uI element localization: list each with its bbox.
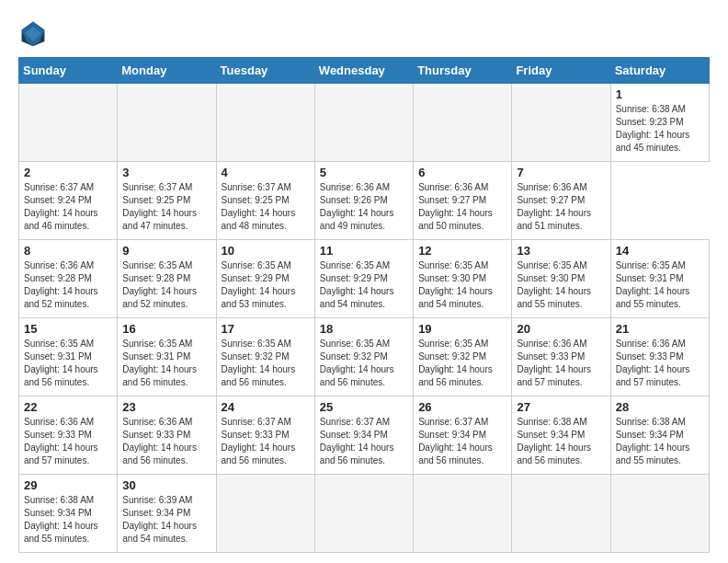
day-of-week-header: Monday xyxy=(118,58,216,84)
calendar-week-row: 22Sunrise: 6:36 AMSunset: 9:33 PMDayligh… xyxy=(19,396,710,475)
calendar-day: 30Sunrise: 6:39 AMSunset: 9:34 PMDayligh… xyxy=(118,475,216,553)
calendar-day: 21Sunrise: 6:36 AMSunset: 9:33 PMDayligh… xyxy=(610,318,709,396)
calendar-day: 18Sunrise: 6:35 AMSunset: 9:32 PMDayligh… xyxy=(314,318,413,396)
calendar-day: 14Sunrise: 6:35 AMSunset: 9:31 PMDayligh… xyxy=(610,240,709,318)
calendar-day: 27Sunrise: 6:38 AMSunset: 9:34 PMDayligh… xyxy=(512,396,610,475)
calendar-day: 17Sunrise: 6:35 AMSunset: 9:32 PMDayligh… xyxy=(216,318,314,396)
calendar-day: 12Sunrise: 6:35 AMSunset: 9:30 PMDayligh… xyxy=(414,240,512,318)
calendar-header-row: SundayMondayTuesdayWednesdayThursdayFrid… xyxy=(19,58,710,84)
page-header xyxy=(18,18,710,48)
calendar-day-empty xyxy=(216,84,314,162)
calendar-day-empty xyxy=(414,475,512,553)
calendar-day-empty xyxy=(512,84,610,162)
day-of-week-header: Saturday xyxy=(610,58,709,84)
calendar-week-row: 15Sunrise: 6:35 AMSunset: 9:31 PMDayligh… xyxy=(19,318,710,396)
calendar-day: 13Sunrise: 6:35 AMSunset: 9:30 PMDayligh… xyxy=(512,240,610,318)
calendar-body: 1Sunrise: 6:38 AMSunset: 9:23 PMDaylight… xyxy=(19,84,710,553)
calendar-day-empty xyxy=(414,84,512,162)
calendar-day-empty xyxy=(610,475,709,553)
calendar-week-row: 8Sunrise: 6:36 AMSunset: 9:28 PMDaylight… xyxy=(19,240,710,318)
calendar-day: 28Sunrise: 6:38 AMSunset: 9:34 PMDayligh… xyxy=(610,396,709,475)
calendar-week-row: 1Sunrise: 6:38 AMSunset: 9:23 PMDaylight… xyxy=(19,84,710,162)
calendar-day: 26Sunrise: 6:37 AMSunset: 9:34 PMDayligh… xyxy=(414,396,512,475)
calendar-day-empty xyxy=(512,475,610,553)
calendar-day: 29Sunrise: 6:38 AMSunset: 9:34 PMDayligh… xyxy=(19,475,118,553)
day-of-week-header: Wednesday xyxy=(314,58,413,84)
calendar-day: 11Sunrise: 6:35 AMSunset: 9:29 PMDayligh… xyxy=(314,240,413,318)
day-of-week-header: Tuesday xyxy=(216,58,314,84)
calendar-day: 23Sunrise: 6:36 AMSunset: 9:33 PMDayligh… xyxy=(118,396,216,475)
calendar-day: 20Sunrise: 6:36 AMSunset: 9:33 PMDayligh… xyxy=(512,318,610,396)
logo xyxy=(18,18,51,48)
calendar-day: 8Sunrise: 6:36 AMSunset: 9:28 PMDaylight… xyxy=(19,240,118,318)
calendar-day-empty xyxy=(314,475,413,553)
day-of-week-header: Friday xyxy=(512,58,610,84)
calendar-day: 24Sunrise: 6:37 AMSunset: 9:33 PMDayligh… xyxy=(216,396,314,475)
day-of-week-header: Sunday xyxy=(19,58,118,84)
calendar-table: SundayMondayTuesdayWednesdayThursdayFrid… xyxy=(18,57,710,553)
calendar-day-empty xyxy=(314,84,413,162)
calendar-week-row: 29Sunrise: 6:38 AMSunset: 9:34 PMDayligh… xyxy=(19,475,710,553)
calendar-day: 1Sunrise: 6:38 AMSunset: 9:23 PMDaylight… xyxy=(610,84,709,162)
calendar-day: 6Sunrise: 6:36 AMSunset: 9:27 PMDaylight… xyxy=(414,162,512,240)
calendar-day: 7Sunrise: 6:36 AMSunset: 9:27 PMDaylight… xyxy=(512,162,610,240)
day-of-week-header: Thursday xyxy=(414,58,512,84)
calendar-day: 25Sunrise: 6:37 AMSunset: 9:34 PMDayligh… xyxy=(314,396,413,475)
calendar-day: 15Sunrise: 6:35 AMSunset: 9:31 PMDayligh… xyxy=(19,318,118,396)
calendar-week-row: 2Sunrise: 6:37 AMSunset: 9:24 PMDaylight… xyxy=(19,162,710,240)
calendar-day-empty xyxy=(216,475,314,553)
calendar-day: 19Sunrise: 6:35 AMSunset: 9:32 PMDayligh… xyxy=(414,318,512,396)
calendar-day: 10Sunrise: 6:35 AMSunset: 9:29 PMDayligh… xyxy=(216,240,314,318)
calendar-day: 2Sunrise: 6:37 AMSunset: 9:24 PMDaylight… xyxy=(19,162,118,240)
calendar-day-empty xyxy=(19,84,118,162)
calendar-day: 22Sunrise: 6:36 AMSunset: 9:33 PMDayligh… xyxy=(19,396,118,475)
calendar-day: 4Sunrise: 6:37 AMSunset: 9:25 PMDaylight… xyxy=(216,162,314,240)
calendar-day: 16Sunrise: 6:35 AMSunset: 9:31 PMDayligh… xyxy=(118,318,216,396)
calendar-day: 5Sunrise: 6:36 AMSunset: 9:26 PMDaylight… xyxy=(314,162,413,240)
calendar-day-empty xyxy=(118,84,216,162)
logo-icon xyxy=(18,18,48,48)
calendar-day: 3Sunrise: 6:37 AMSunset: 9:25 PMDaylight… xyxy=(118,162,216,240)
calendar-day: 9Sunrise: 6:35 AMSunset: 9:28 PMDaylight… xyxy=(118,240,216,318)
